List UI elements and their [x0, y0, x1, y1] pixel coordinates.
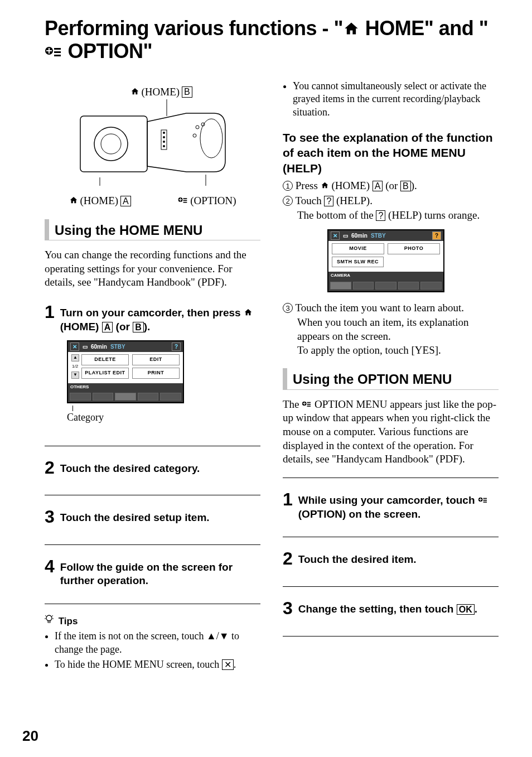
help-subheading: To see the explanation of the function o…: [283, 130, 499, 176]
box-question-icon: ?: [324, 196, 333, 206]
svg-rect-35: [483, 500, 487, 501]
box-question-icon: ?: [376, 210, 385, 221]
option-step-1: 1 While using your camcorder, touch (OPT…: [283, 478, 499, 537]
svg-rect-32: [307, 406, 311, 407]
svg-rect-34: [483, 498, 487, 499]
svg-rect-21: [183, 200, 187, 201]
step-number-3: 3: [283, 597, 293, 620]
home-icon: [130, 85, 139, 99]
svg-point-23: [46, 615, 52, 621]
delete-button[interactable]: DELETE: [81, 354, 129, 365]
category-tab[interactable]: [420, 282, 442, 290]
svg-rect-3: [54, 55, 61, 56]
up-arrow[interactable]: ▲: [71, 354, 79, 361]
category-tab[interactable]: [398, 282, 419, 290]
box-a: A: [120, 196, 131, 207]
page-number: 20: [22, 727, 38, 746]
svg-point-10: [193, 134, 196, 137]
edit-button[interactable]: EDIT: [132, 354, 180, 365]
diagram-label-home-b: (HOME) B: [130, 85, 192, 99]
stby-label: STBY: [371, 232, 386, 239]
section-home-menu: Using the HOME MENU: [45, 219, 260, 240]
close-icon[interactable]: ✕: [70, 343, 79, 351]
right-column: You cannot simultaneously select or acti…: [283, 80, 499, 674]
camcorder-diagram: (HOME) B (HOME) A (OPTION): [69, 85, 236, 208]
svg-point-15: [163, 132, 165, 134]
step1-text: Turn on your camcorder, then press (HOME…: [60, 301, 254, 334]
close-icon[interactable]: ✕: [331, 232, 340, 240]
diagram-label-home-a: (HOME) A: [69, 194, 131, 208]
category-tab[interactable]: [70, 393, 91, 401]
category-tab[interactable]: [93, 393, 114, 401]
note-item: You cannot simultaneously select or acti…: [293, 80, 499, 119]
option-icon: [178, 194, 188, 208]
svg-rect-22: [183, 202, 187, 203]
home-intro: You can change the recording functions a…: [45, 248, 260, 290]
smth-slw-rec-button[interactable]: SMTH SLW REC: [332, 257, 384, 268]
svg-rect-31: [307, 404, 311, 405]
lightbulb-icon: [45, 614, 54, 628]
svg-point-6: [101, 134, 121, 154]
box-ok: OK: [457, 604, 475, 615]
svg-line-25: [45, 615, 46, 616]
circled-1: 1: [283, 181, 293, 191]
option-step-3: 3 Change the setting, then touch OK.: [283, 597, 499, 637]
option-step3-text: Change the setting, then touch OK.: [298, 597, 492, 616]
category-tab[interactable]: [330, 282, 351, 290]
tip-item: If the item is not on the screen, touch …: [55, 630, 260, 656]
svg-rect-2: [54, 51, 61, 53]
category-label: OTHERS: [68, 383, 183, 391]
svg-point-18: [163, 145, 165, 147]
help-step-2: 2 Touch ? (HELP).: [283, 194, 499, 208]
help-step-3: 3 Touch the item you want to learn about…: [283, 301, 499, 315]
category-tab[interactable]: [138, 393, 159, 401]
battery-icon: ▭: [343, 232, 348, 239]
screenshot-caption: Category: [67, 411, 260, 424]
title-text-a: Performing various functions - ": [45, 17, 343, 40]
svg-point-8: [196, 126, 199, 129]
help-icon[interactable]: ?: [172, 343, 181, 351]
home-step-4: 4 Follow the guide on the screen for fur…: [45, 555, 260, 604]
movie-button[interactable]: MOVIE: [332, 243, 384, 254]
home-icon: [69, 194, 78, 208]
category-tab[interactable]: [160, 393, 181, 401]
time-remaining: 60min: [351, 232, 367, 239]
help-step-3-detail2: To apply the option, touch [YES].: [297, 344, 499, 358]
option-icon: [45, 40, 62, 62]
playlist-edit-button[interactable]: PLAYLIST EDIT: [81, 368, 129, 379]
box-b: B: [182, 86, 192, 98]
help-icon-active[interactable]: ?: [432, 232, 441, 240]
box-a: A: [373, 181, 383, 191]
svg-rect-30: [307, 402, 311, 403]
category-tab[interactable]: [375, 282, 396, 290]
screenshot-camera-menu: ✕ ▭ 60min STBY ? MOVIE PHOTO SMTH SLW RE…: [327, 229, 444, 292]
step-number-1: 1: [283, 488, 293, 512]
page-title: Performing various functions - " HOME" a…: [45, 17, 499, 63]
step3-text: Touch the desired setup item.: [60, 505, 254, 525]
category-tab[interactable]: [353, 282, 374, 290]
svg-line-26: [52, 615, 53, 616]
print-button[interactable]: PRINT: [132, 368, 180, 379]
step-number-3: 3: [45, 505, 55, 529]
option-step2-text: Touch the desired item.: [298, 547, 492, 567]
note-list: You cannot simultaneously select or acti…: [283, 80, 499, 119]
battery-icon: ▭: [83, 343, 88, 350]
help-step-3-detail: When you touch an item, its explanation …: [297, 316, 499, 343]
home-step-2: 2 Touch the desired category.: [45, 456, 260, 496]
updown-arrows: ▲/▼: [206, 630, 229, 642]
svg-rect-4: [80, 116, 147, 172]
down-arrow[interactable]: ▼: [71, 372, 79, 378]
title-text-option: OPTION": [62, 40, 152, 62]
left-column: (HOME) B (HOME) A (OPTION) Usi: [45, 80, 260, 674]
tips-list: If the item is not on the screen, touch …: [45, 630, 260, 671]
diagram-label-option: (OPTION): [178, 194, 236, 208]
box-b: B: [133, 322, 144, 332]
home-step-1: 1 Turn on your camcorder, then press (HO…: [45, 301, 260, 446]
category-tab[interactable]: [115, 393, 136, 401]
step-number-2: 2: [45, 456, 55, 480]
photo-button[interactable]: PHOTO: [388, 243, 440, 254]
svg-rect-36: [483, 502, 487, 503]
svg-point-17: [163, 141, 165, 143]
svg-point-16: [163, 136, 165, 138]
svg-rect-20: [183, 198, 187, 199]
